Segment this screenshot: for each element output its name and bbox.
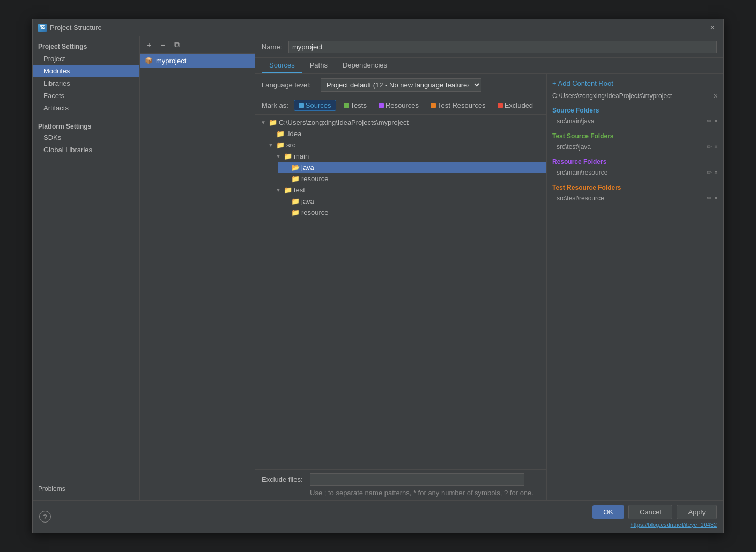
tab-dependencies[interactable]: Dependencies [335, 58, 395, 73]
edit-resource-folder-button[interactable]: ✏ [707, 169, 712, 176]
module-toolbar: + − ⧉ [140, 36, 255, 54]
dialog-title: Project Structure [50, 24, 102, 32]
edit-test-source-folder-button[interactable]: ✏ [707, 143, 712, 151]
tree-arrow-java [282, 164, 290, 171]
mark-as-label: Mark as: [262, 101, 288, 109]
sources-label: Sources [306, 101, 331, 109]
test-resource-folders-section: Test Resource Folders src\test\resource … [552, 184, 718, 203]
module-list-panel: + − ⧉ 📦 myproject [140, 36, 255, 500]
remove-test-source-folder-button[interactable]: × [714, 143, 718, 151]
add-content-root-button[interactable]: + Add Content Root [552, 79, 718, 87]
sidebar-item-facets[interactable]: Facets [33, 89, 139, 102]
test-resource-folder-path: src\test\resource [557, 195, 604, 202]
folder-icon-root: 📁 [269, 119, 277, 126]
language-level-row: Language level: Project default (12 - No… [255, 74, 546, 96]
folder-icon-main: 📁 [284, 153, 292, 160]
file-tree: ▼ 📁 C:\Users\zongxing\IdeaProjects\mypro… [255, 115, 546, 469]
remove-resource-folder-button[interactable]: × [714, 169, 718, 176]
source-folder-row: src\main\java ✏ × [552, 116, 718, 126]
module-name: myproject [156, 57, 186, 65]
sidebar-item-artifacts[interactable]: Artifacts [33, 102, 139, 114]
tree-item-src[interactable]: ▼ 📁 src [263, 139, 546, 151]
project-settings-header: Project Settings [33, 41, 139, 53]
language-level-select[interactable]: Project default (12 - No new language fe… [321, 78, 481, 92]
tab-paths-label: Paths [310, 61, 328, 69]
tree-arrow-main: ▼ [275, 153, 282, 160]
tree-item-resource-label: resource [301, 175, 329, 183]
tree-arrow-java-test [282, 198, 290, 205]
content-root-path-text: C:\Users\zongxing\IdeaProjects\myproject [552, 92, 672, 100]
tree-item-main[interactable]: ▼ 📁 main [270, 151, 546, 162]
sidebar-item-label: Global Libraries [43, 146, 92, 154]
dialog-icon: 🏗 [38, 24, 47, 32]
tree-item-resource-test-label: resource [301, 208, 329, 217]
remove-source-folder-button[interactable]: × [714, 117, 718, 125]
module-item-myproject[interactable]: 📦 myproject [140, 54, 255, 68]
tab-dependencies-label: Dependencies [343, 61, 387, 69]
resources-dot [379, 103, 384, 108]
module-name-input[interactable] [288, 41, 717, 53]
test-source-folder-row: src\test\java ✏ × [552, 142, 718, 152]
platform-settings-header: Platform Settings [33, 120, 139, 131]
left-nav-panel: Project Settings Project Modules Librari… [33, 36, 140, 500]
tree-item-root[interactable]: ▼ 📁 C:\Users\zongxing\IdeaProjects\mypro… [255, 117, 546, 128]
tree-item-src-label: src [286, 141, 295, 149]
mark-as-resources-button[interactable]: Resources [374, 100, 423, 110]
cancel-button[interactable]: Cancel [628, 505, 672, 519]
exclude-label: Exclude files: [262, 475, 305, 483]
edit-test-resource-folder-button[interactable]: ✏ [707, 195, 712, 202]
copy-module-button[interactable]: ⧉ [171, 39, 183, 51]
mark-as-test-resources-button[interactable]: Test Resources [426, 100, 490, 110]
sidebar-item-libraries[interactable]: Libraries [33, 77, 139, 89]
apply-button[interactable]: Apply [677, 505, 717, 519]
edit-source-folder-button[interactable]: ✏ [707, 117, 712, 125]
tree-arrow-root: ▼ [260, 119, 267, 126]
mark-as-sources-button[interactable]: Sources [294, 100, 336, 111]
mark-as-row: Mark as: Sources Tests Res [255, 96, 546, 115]
folder-icon-resource-test: 📁 [291, 209, 300, 217]
add-content-root-label: + Add Content Root [552, 79, 613, 87]
remove-test-resource-folder-button[interactable]: × [714, 195, 718, 202]
excluded-label: Excluded [505, 101, 533, 109]
folder-icon-idea: 📁 [276, 130, 285, 138]
mark-as-tests-button[interactable]: Tests [339, 100, 371, 110]
tab-sources-label: Sources [269, 61, 295, 69]
resource-folders-section: Resource Folders src\main\resource ✏ × [552, 158, 718, 177]
close-button[interactable]: × [707, 23, 718, 33]
tree-item-java-test[interactable]: 📁 java [278, 196, 546, 207]
help-button[interactable]: ? [39, 511, 51, 523]
exclude-files-input[interactable] [310, 473, 524, 486]
add-module-button[interactable]: + [143, 39, 155, 51]
sidebar-item-modules[interactable]: Modules [33, 65, 139, 77]
tabs-row: Sources Paths Dependencies [255, 58, 723, 74]
tree-item-resource[interactable]: 📁 resource [278, 173, 546, 184]
remove-content-root-button[interactable]: × [714, 92, 718, 100]
tab-paths[interactable]: Paths [302, 58, 335, 73]
ok-button[interactable]: OK [592, 505, 624, 519]
main-area: Language level: Project default (12 - No… [255, 74, 723, 500]
mark-as-excluded-button[interactable]: Excluded [493, 100, 537, 110]
tree-arrow-resource [282, 175, 290, 183]
tree-item-java[interactable]: 📂 java [278, 162, 546, 173]
tree-arrow-test: ▼ [275, 187, 282, 194]
tree-item-test[interactable]: ▼ 📁 test [270, 184, 546, 196]
sidebar-item-project[interactable]: Project [33, 53, 139, 65]
test-source-folders-section: Test Source Folders src\test\java ✏ × [552, 132, 718, 152]
resource-folder-path: src\main\resource [557, 169, 607, 176]
bottom-link[interactable]: https://blog.csdn.net/iteye_10432 [631, 521, 717, 528]
tab-sources[interactable]: Sources [262, 58, 302, 73]
tree-item-resource-test[interactable]: 📁 resource [278, 207, 546, 218]
exclude-hint: Use ; to separate name patterns, * for a… [255, 488, 546, 500]
sidebar-item-label: Libraries [43, 79, 70, 87]
sidebar-item-label: SDKs [43, 133, 61, 141]
name-row: Name: [255, 36, 723, 58]
sidebar-item-sdks[interactable]: SDKs [33, 131, 139, 144]
sidebar-item-global-libraries[interactable]: Global Libraries [33, 144, 139, 156]
tree-item-idea[interactable]: 📁 .idea [263, 128, 546, 139]
test-resource-folders-title: Test Resource Folders [552, 184, 718, 191]
sidebar-item-label: Facets [43, 92, 64, 100]
sidebar-item-problems[interactable]: Problems [33, 482, 139, 496]
remove-module-button[interactable]: − [157, 39, 169, 51]
source-folder-path: src\main\java [557, 117, 595, 125]
sidebar-item-label: Project [43, 55, 65, 63]
